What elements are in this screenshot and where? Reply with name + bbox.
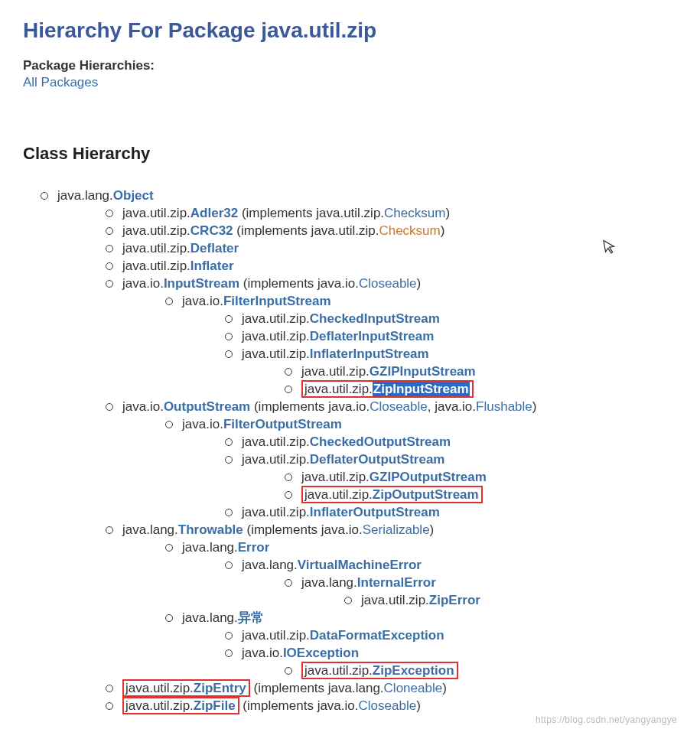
pkg-prefix: java.util.zip. — [242, 505, 310, 519]
pkg-prefix: java.util.zip. — [122, 206, 190, 220]
text: , — [428, 399, 435, 414]
link-filteroutputstream[interactable]: FilterOutputStream — [223, 417, 342, 431]
node-inflateroutputstream: java.util.zip.InflaterOutputStream — [242, 503, 677, 521]
link-adler32[interactable]: Adler32 — [190, 206, 238, 220]
text: (implements — [243, 522, 321, 537]
node-internalerror: java.lang.InternalError java.util.zip.Zi… — [301, 574, 677, 609]
node-inputstream: java.io.InputStream (implements java.io.… — [122, 275, 677, 398]
node-outputstream: java.io.OutputStream (implements java.io… — [122, 398, 677, 521]
link-cloneable[interactable]: Cloneable — [384, 681, 443, 695]
link-inputstream[interactable]: InputStream — [164, 276, 239, 291]
pkg-prefix: java.util.zip. — [304, 487, 373, 502]
link-outputstream[interactable]: OutputStream — [164, 399, 250, 414]
text: (implements — [238, 206, 316, 220]
link-zipinputstream-selected[interactable]: ZipInputStream — [373, 382, 470, 396]
pkg-prefix: java.util.zip. — [361, 593, 429, 607]
node-gzipoutputstream: java.util.zip.GZIPOutputStream — [301, 468, 677, 486]
link-checksum[interactable]: Checksum — [384, 206, 445, 220]
page-title: Hierarchy For Package java.util.zip — [23, 18, 677, 43]
link-zipexception[interactable]: ZipException — [373, 663, 454, 678]
link-internalerror[interactable]: InternalError — [357, 575, 436, 590]
node-checkedoutputstream: java.util.zip.CheckedOutputStream — [242, 433, 677, 451]
link-inflater[interactable]: Inflater — [190, 259, 234, 273]
link-serializable[interactable]: Serializable — [363, 522, 430, 537]
node-error: java.lang.Error java.lang.VirtualMachine… — [182, 539, 677, 609]
package-hierarchies-label: Package Hierarchies: — [23, 58, 677, 73]
node-dataformatexception: java.util.zip.DataFormatException — [242, 626, 677, 644]
link-filterinputstream[interactable]: FilterInputStream — [223, 294, 331, 308]
link-inflaterinputstream[interactable]: InflaterInputStream — [310, 347, 429, 361]
link-ziperror[interactable]: ZipError — [429, 593, 480, 607]
link-gzipoutputstream[interactable]: GZIPOutputStream — [370, 470, 487, 484]
text: (implements — [233, 223, 311, 238]
pkg-prefix: java.io. — [242, 646, 283, 660]
pkg-prefix: java.util.zip. — [122, 241, 190, 255]
pkg-prefix: java.io. — [435, 399, 476, 414]
link-exception[interactable]: 异常 — [238, 610, 264, 625]
highlight-box: java.util.zip.ZipEntry — [122, 679, 250, 697]
text: ) — [445, 206, 450, 220]
node-zipentry: java.util.zip.ZipEntry (implements java.… — [122, 679, 677, 697]
link-deflaterinputstream[interactable]: DeflaterInputStream — [310, 329, 434, 343]
link-closeable[interactable]: Closeable — [359, 276, 417, 291]
watermark: https://blog.csdn.net/yangyangye — [536, 714, 677, 725]
text: ) — [416, 698, 421, 713]
link-zipfile[interactable]: ZipFile — [194, 698, 236, 713]
link-dataformatexception[interactable]: DataFormatException — [310, 628, 444, 643]
pkg-prefix: java.lang. — [122, 522, 178, 537]
text: (implements — [250, 681, 328, 695]
pkg-prefix: java.lang. — [182, 540, 238, 555]
link-zipoutputstream[interactable]: ZipOutputStream — [373, 487, 479, 502]
pkg-prefix: java.io. — [328, 399, 370, 414]
highlight-box: java.util.zip.ZipOutputStream — [301, 486, 483, 503]
node-checkedinputstream: java.util.zip.CheckedInputStream — [242, 310, 677, 327]
node-ioexception: java.io.IOException java.util.zip.ZipExc… — [242, 644, 677, 679]
link-flushable[interactable]: Flushable — [476, 399, 532, 414]
link-object[interactable]: Object — [113, 188, 154, 203]
link-deflateroutputstream[interactable]: DeflaterOutputStream — [310, 452, 445, 467]
link-zipentry[interactable]: ZipEntry — [194, 681, 246, 695]
pkg-prefix: java.lang. — [328, 681, 384, 695]
node-filterinputstream: java.io.FilterInputStream java.util.zip.… — [182, 292, 677, 398]
pkg-prefix: java.io. — [182, 417, 223, 431]
link-inflateroutputstream[interactable]: InflaterOutputStream — [310, 505, 440, 519]
node-filteroutputstream: java.io.FilterOutputStream java.util.zip… — [182, 415, 677, 521]
node-deflater: java.util.zip.Deflater — [122, 239, 677, 257]
node-zipfile: java.util.zip.ZipFile (implements java.i… — [122, 697, 677, 714]
pkg-prefix: java.util.zip. — [242, 347, 310, 361]
link-ioexception[interactable]: IOException — [283, 646, 359, 660]
pkg-prefix: java.util.zip. — [242, 311, 310, 326]
pkg-prefix: java.lang. — [301, 575, 357, 590]
pkg-prefix: java.util.zip. — [125, 681, 194, 695]
node-virtualmachineerror: java.lang.VirtualMachineError java.lang.… — [242, 556, 677, 609]
link-closeable[interactable]: Closeable — [359, 698, 417, 713]
link-checksum-visited[interactable]: Checksum — [379, 223, 440, 238]
pkg-prefix: java.util.zip. — [125, 698, 194, 713]
pkg-prefix: java.util.zip. — [122, 259, 190, 273]
pkg-prefix: java.io. — [317, 698, 359, 713]
link-gzipinputstream[interactable]: GZIPInputStream — [370, 364, 476, 379]
pkg-prefix: java.util.zip. — [304, 663, 373, 678]
link-virtualmachineerror[interactable]: VirtualMachineError — [298, 558, 422, 572]
highlight-box: java.util.zip.ZipInputStream — [301, 380, 474, 398]
node-inflaterinputstream: java.util.zip.InflaterInputStream java.u… — [242, 345, 677, 398]
all-packages-link[interactable]: All Packages — [23, 75, 98, 89]
link-crc32[interactable]: CRC32 — [190, 223, 233, 238]
node-deflaterinputstream: java.util.zip.DeflaterInputStream — [242, 327, 677, 345]
link-closeable[interactable]: Closeable — [370, 399, 428, 414]
link-checkedoutputstream[interactable]: CheckedOutputStream — [310, 434, 451, 449]
pkg-prefix: java.util.zip. — [304, 382, 373, 396]
pkg-prefix: java.util.zip. — [242, 628, 310, 643]
pkg-prefix: java.util.zip. — [242, 329, 310, 343]
link-throwable[interactable]: Throwable — [178, 522, 243, 537]
highlight-box: java.util.zip.ZipFile — [122, 697, 239, 714]
text: ) — [532, 399, 537, 414]
link-error[interactable]: Error — [238, 540, 270, 555]
link-deflater[interactable]: Deflater — [190, 241, 239, 255]
class-tree: java.lang.Object java.util.zip.Adler32 (… — [23, 187, 677, 714]
link-checkedinputstream[interactable]: CheckedInputStream — [310, 311, 440, 326]
pkg-prefix: java.io. — [317, 276, 359, 291]
node-zipoutputstream: java.util.zip.ZipOutputStream — [301, 486, 677, 503]
text: (implements — [239, 276, 317, 291]
text: (implements — [239, 698, 317, 713]
